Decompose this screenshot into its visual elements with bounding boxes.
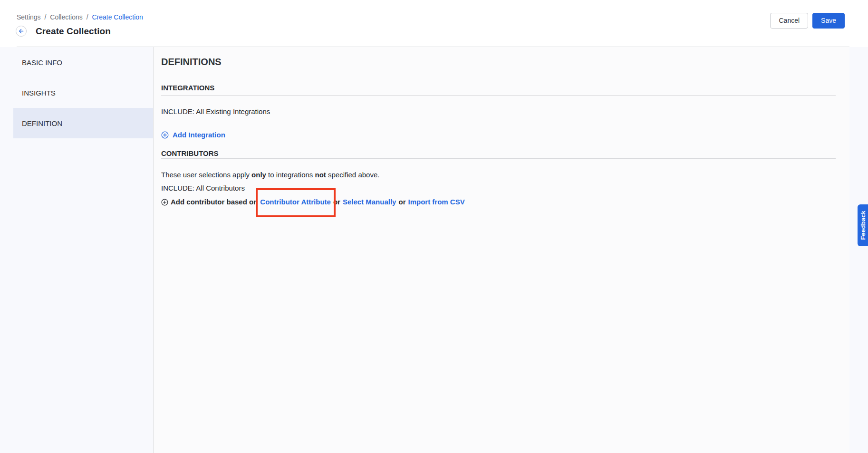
feedback-tab[interactable]: Feedback [858,204,868,246]
or-text: or [333,197,340,207]
add-contributor-prefix: Add contributor based on [171,197,258,207]
or-text: or [398,197,405,207]
save-button[interactable]: Save [812,13,845,29]
sidebar-item-basic-info[interactable]: BASIC INFO [0,47,153,77]
arrow-left-icon [18,28,24,34]
right-background-strip [849,47,868,453]
sidebar-item-insights[interactable]: INSIGHTS [0,77,153,108]
contributors-section: CONTRIBUTORS These user selections apply… [161,150,836,207]
body: BASIC INFO INSIGHTS DEFINITION DEFINITIO… [0,47,868,453]
sidebar: BASIC INFO INSIGHTS DEFINITION [0,47,153,453]
breadcrumb-separator: / [87,13,88,21]
add-contributor-row: Add contributor based on Contributor Att… [161,197,836,207]
integrations-include-text: INCLUDE: All Existing Integrations [161,107,836,116]
note-bold-only: only [251,171,266,179]
definitions-title: DEFINITIONS [161,56,849,68]
integrations-heading: INTEGRATIONS [161,84,836,96]
cancel-button[interactable]: Cancel [770,13,808,29]
feedback-tab-label: Feedback [859,211,867,240]
contributors-note: These user selections apply only to inte… [161,170,836,180]
contributors-include-text: INCLUDE: All Contributors [161,183,836,193]
breadcrumb-link-collections[interactable]: Collections [50,13,82,21]
link-contributor-attribute[interactable]: Contributor Attribute [260,197,331,207]
page: Settings / Collections / Create Collecti… [0,0,868,453]
breadcrumb-link-settings[interactable]: Settings [17,13,41,21]
header-actions: Cancel Save [770,13,845,29]
note-text: to integrations [266,171,315,179]
page-title: Create Collection [36,26,111,37]
circle-plus-icon [161,199,168,206]
add-integration-button[interactable]: Add Integration [161,131,225,139]
note-text: specified above. [326,171,380,179]
circle-plus-icon [161,131,169,139]
note-text: These user selections apply [161,171,251,179]
note-bold-not: not [315,171,326,179]
link-import-from-csv[interactable]: Import from CSV [408,197,464,207]
link-select-manually[interactable]: Select Manually [343,197,396,207]
title-row: Create Collection [16,26,111,37]
sidebar-item-definition[interactable]: DEFINITION [13,108,153,138]
integrations-section: INTEGRATIONS INCLUDE: All Existing Integ… [161,84,836,139]
breadcrumb-separator: / [44,13,46,21]
main-content: DEFINITIONS INTEGRATIONS INCLUDE: All Ex… [154,47,849,453]
breadcrumb: Settings / Collections / Create Collecti… [17,13,143,21]
back-button[interactable] [16,26,27,37]
contributors-heading: CONTRIBUTORS [161,150,836,159]
header: Settings / Collections / Create Collecti… [0,0,868,47]
breadcrumb-current[interactable]: Create Collection [92,13,143,21]
add-integration-label: Add Integration [173,131,225,139]
